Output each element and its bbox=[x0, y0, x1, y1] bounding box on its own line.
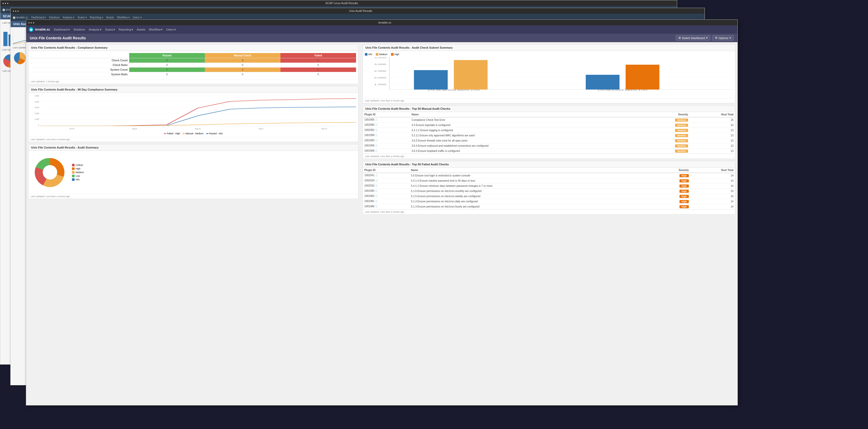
legend-low: Low bbox=[72, 175, 84, 177]
host-total: 14 bbox=[690, 173, 735, 178]
check-ratio-manual: 0 bbox=[205, 63, 280, 68]
info-icon[interactable]: ⓘ bbox=[375, 174, 377, 177]
severity-badge: High bbox=[680, 200, 689, 203]
info-icon[interactable]: ⓘ bbox=[375, 144, 377, 147]
nav-item-analysis[interactable]: Analysis ▾ bbox=[89, 28, 101, 31]
check-count-failed: 0 bbox=[280, 58, 356, 63]
nav-item-reporting[interactable]: Reporting ▾ bbox=[119, 28, 133, 31]
svg-text:172.26.48.0/24 REPO 1737: 172.26.48.0/24 REPO 1737 bbox=[428, 89, 480, 91]
bar-legend-high: High bbox=[391, 53, 399, 56]
info-icon[interactable]: ⓘ bbox=[375, 185, 377, 187]
compliance-90day-body: 5,000 4,000 3,000 2,000 1,000 0 bbox=[29, 93, 358, 137]
nav-analysis-chevron: ▾ bbox=[100, 28, 101, 31]
plugin-id: 1002032 ⓘ bbox=[363, 184, 409, 189]
compliance-90day-panel: Unix File Contents Audit Results - 90 Da… bbox=[28, 86, 359, 142]
x-label-aug22: Aug 22 bbox=[195, 128, 201, 130]
host-total: 13 bbox=[690, 143, 735, 148]
line-chart-container: 5,000 4,000 3,000 2,000 1,000 0 bbox=[31, 95, 356, 131]
plugin-id: 1001981 ⓘ bbox=[363, 199, 409, 204]
svg-text:3,000: 3,000 bbox=[374, 63, 386, 65]
high-label: High bbox=[75, 167, 81, 170]
info-icon[interactable]: ⓘ bbox=[375, 124, 377, 126]
svg-text:2,500: 2,500 bbox=[374, 70, 386, 72]
compliance-summary-panel: Unix File Contents Audit Results - Compl… bbox=[28, 44, 359, 84]
y-axis: 5,000 4,000 3,000 2,000 1,000 0 bbox=[31, 95, 40, 126]
table-row: 1001981 ⓘ 5.1.4 Ensure permissions on /e… bbox=[363, 199, 735, 204]
os-bar-1: ● ● ● SCAP Linux Audit Results bbox=[0, 0, 677, 6]
severity-badge: Medium bbox=[675, 150, 688, 153]
os-bar-2: ● ● ● Unix Audit Results bbox=[11, 8, 705, 14]
info-icon[interactable]: ⓘ bbox=[375, 205, 377, 208]
nav-item-users[interactable]: Users ▾ bbox=[166, 28, 176, 31]
severity-cell: Medium bbox=[643, 143, 690, 148]
legend-passed-info: Passed - Info bbox=[206, 132, 223, 135]
info-icon[interactable]: ⓘ bbox=[375, 179, 377, 182]
info-icon[interactable]: ⓘ bbox=[375, 119, 377, 121]
info-icon[interactable]: ⓘ bbox=[375, 190, 377, 192]
y-label-5000: 5,000 bbox=[31, 95, 39, 97]
svg-text:2,000: 2,000 bbox=[374, 76, 386, 79]
severity-cell: High bbox=[652, 173, 690, 178]
bg2-pie bbox=[13, 51, 27, 65]
severity-cell: High bbox=[652, 199, 690, 204]
host-total: 14 bbox=[690, 123, 735, 128]
bg1-bar-1 bbox=[3, 32, 7, 46]
info-icon[interactable]: ⓘ bbox=[375, 129, 377, 131]
severity-badge: Medium bbox=[675, 119, 688, 122]
info-icon[interactable]: ⓘ bbox=[375, 195, 377, 197]
bar-legend-info-label: Info bbox=[368, 53, 372, 56]
manual-checks-body: Plugin ID Name Severity Host Total 10016… bbox=[363, 112, 735, 154]
failed-checks-body: Plugin ID Name Severity Host Total 10020… bbox=[363, 168, 735, 209]
check-name: 5.5 Ensure root login is restricted to s… bbox=[409, 173, 652, 178]
table-row: 1002085 ⓘ 4.3 Ensure logrotate is config… bbox=[363, 123, 735, 128]
page-header: Unix File Contents Audit Results ⊞ Switc… bbox=[26, 34, 738, 42]
check-name: 3.6.4 Ensure outbound and established co… bbox=[410, 143, 643, 148]
col-name-f: Name bbox=[409, 168, 652, 173]
severity-badge: High bbox=[680, 179, 689, 183]
bg2-nav-solutions: Solutions bbox=[49, 16, 60, 19]
table-row: 1002034 ⓘ 5.4.1.4 Ensure inactive passwo… bbox=[363, 178, 735, 184]
severity-badge: High bbox=[680, 205, 689, 208]
check-name: 5.4.1.2 Ensure minimum days between pass… bbox=[409, 184, 652, 189]
bar-subnet2-info bbox=[586, 75, 619, 90]
table-row: System Count 0 0 0 bbox=[31, 68, 356, 72]
plugin-id: 1001983 ⓘ bbox=[363, 189, 409, 194]
switch-dashboard-button[interactable]: ⊞ Switch Dashboard ▾ bbox=[676, 35, 710, 41]
check-name: 3.6.3 Ensure loopback traffic is configu… bbox=[410, 148, 643, 154]
y-label-1000: 1,000 bbox=[31, 118, 39, 120]
info-icon[interactable]: ⓘ bbox=[375, 139, 377, 142]
nav-item-assets[interactable]: Assets bbox=[137, 28, 145, 31]
system-count-passed: 0 bbox=[129, 68, 205, 72]
bar-chart-legend: Info Medium High bbox=[365, 53, 733, 56]
system-ratio-passed: 0 bbox=[129, 72, 205, 77]
legend-failed-dot bbox=[164, 133, 166, 134]
info-icon[interactable]: ⓘ bbox=[375, 200, 377, 203]
bar-legend-high-dot bbox=[391, 53, 394, 56]
subnet-summary-panel: Unix File Contents Audit Results - Audit… bbox=[363, 44, 736, 103]
low-label: Low bbox=[75, 175, 80, 177]
x-label-aug8: Aug 8 bbox=[132, 128, 137, 130]
nav-item-solutions[interactable]: Solutions bbox=[73, 28, 85, 31]
options-chevron: ▾ bbox=[730, 36, 731, 40]
y-label-3000: 3,000 bbox=[31, 107, 39, 108]
nav-item-workflow[interactable]: Workflow ▾ bbox=[149, 28, 163, 31]
col-header-label bbox=[31, 53, 129, 58]
manual-checks-panel: Unix File Contents Audit Results - Top 5… bbox=[363, 105, 736, 159]
nav-item-scans[interactable]: Scans ▾ bbox=[105, 28, 115, 31]
info-icon[interactable]: ⓘ bbox=[375, 134, 377, 137]
nav-item-dashboard[interactable]: Dashboard ▾ bbox=[54, 28, 70, 31]
table-row: 1002082 ⓘ 4.2.1.2 Ensure logging is conf… bbox=[363, 128, 735, 133]
bg2-nav-reporting: Reporting ▾ bbox=[90, 16, 103, 19]
table-row: System Ratio 0 0 0 bbox=[31, 72, 356, 77]
col-host-total: Host Total bbox=[690, 112, 735, 117]
options-button[interactable]: ⚙ Options ▾ bbox=[712, 35, 734, 41]
col-name: Name bbox=[410, 112, 643, 117]
audit-pie-chart bbox=[33, 156, 67, 189]
window-title-2: Unix Audit Results bbox=[19, 9, 703, 12]
nav-reporting-chevron: ▾ bbox=[131, 28, 133, 31]
page-title: Unix File Contents Audit Results bbox=[30, 36, 86, 40]
severity-cell: High bbox=[652, 178, 690, 184]
audit-summary-panel: Unix File Contents Audit Results - Audit… bbox=[28, 144, 359, 199]
info-icon[interactable]: ⓘ bbox=[375, 150, 377, 152]
pie-legend: Critical High Medium bbox=[72, 164, 84, 181]
